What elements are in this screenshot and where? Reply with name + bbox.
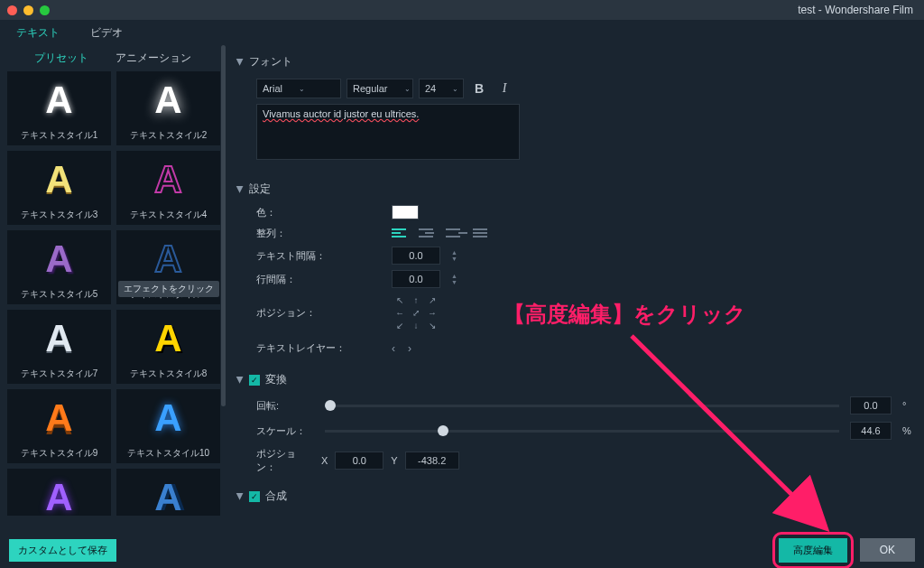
x-label: X xyxy=(321,455,328,466)
preset-item[interactable]: Aテキストスタイル6エフェクトをクリック xyxy=(116,230,220,304)
rotation-unit: ° xyxy=(902,400,915,411)
rotation-slider[interactable] xyxy=(325,398,839,413)
preset-item[interactable]: Aテキストスタイル10 xyxy=(116,389,220,463)
close-window-button[interactable] xyxy=(7,5,17,15)
text-spacing-spinner[interactable]: ▲▼ xyxy=(451,249,457,262)
preset-thumbnail: A xyxy=(7,310,111,368)
preset-label: テキストスタイル1 xyxy=(7,129,111,142)
preset-label: テキストスタイル4 xyxy=(116,209,220,221)
section-compose-title: 合成 xyxy=(265,489,287,504)
preset-item[interactable]: Aテキストスタイル1 xyxy=(7,71,111,145)
y-label: Y xyxy=(391,455,397,466)
window-title: test - Wondershare Film xyxy=(50,4,917,16)
sidebar-scrollbar[interactable] xyxy=(221,45,226,489)
rotation-value[interactable]: 0.0 xyxy=(850,396,892,414)
chevron-down-icon: ▶ xyxy=(236,377,245,384)
scale-slider[interactable] xyxy=(325,424,839,438)
line-spacing-label: 行間隔： xyxy=(256,273,346,286)
section-font-header[interactable]: ▶ フォント xyxy=(236,49,915,75)
subtab-animation[interactable]: アニメーション xyxy=(116,51,191,66)
color-label: 色： xyxy=(256,206,346,219)
section-transform-header[interactable]: ▶ ✓ 変換 xyxy=(236,367,915,393)
preset-item[interactable]: Aテキストスタイル3 xyxy=(7,151,111,225)
section-compose-header[interactable]: ▶ ✓ 合成 xyxy=(236,483,915,509)
preset-thumbnail: A xyxy=(116,389,220,447)
titlebar: test - Wondershare Film xyxy=(0,0,924,20)
chevron-down-icon: ▶ xyxy=(236,59,245,66)
align-group xyxy=(392,225,494,241)
align-justify-button[interactable] xyxy=(473,225,494,241)
preset-item[interactable]: Aテキストスタイル8 xyxy=(116,310,220,384)
minimize-window-button[interactable] xyxy=(23,5,33,15)
bold-button[interactable]: B xyxy=(469,79,489,98)
font-size-select[interactable]: 24⌄ xyxy=(419,79,464,98)
caret-down-icon: ⌄ xyxy=(299,85,305,93)
subtab-preset[interactable]: プリセット xyxy=(34,51,88,66)
preset-thumbnail: A xyxy=(116,469,220,516)
ok-button[interactable]: OK xyxy=(860,538,915,562)
font-weight-select[interactable]: Regular⌄ xyxy=(346,79,413,98)
preset-item[interactable]: Aテキストスタイル2 xyxy=(116,71,220,145)
preset-thumbnail: A xyxy=(116,310,220,368)
text-spacing-input[interactable]: 0.0 xyxy=(392,247,440,265)
line-spacing-input[interactable]: 0.0 xyxy=(392,270,440,288)
text-spacing-label: テキスト間隔： xyxy=(256,249,346,263)
align-label: 整列： xyxy=(256,227,346,240)
transform-position-label: ポジション： xyxy=(256,447,314,474)
layer-next-button[interactable]: › xyxy=(408,342,411,355)
preset-label: テキストスタイル7 xyxy=(7,368,111,380)
section-settings-header[interactable]: ▶ 設定 xyxy=(236,176,915,202)
chevron-down-icon: ▶ xyxy=(236,186,245,193)
preset-label: テキストスタイル9 xyxy=(7,447,111,460)
preset-thumbnail: A xyxy=(116,151,220,209)
section-transform-title: 変換 xyxy=(265,372,287,387)
layer-prev-button[interactable]: ‹ xyxy=(392,342,395,355)
preset-thumbnail: A xyxy=(7,389,111,447)
tab-text[interactable]: テキスト xyxy=(16,25,60,41)
properties-panel: ▶ フォント Arial⌄ Regular⌄ 24⌄ B I Vivamus a… xyxy=(227,45,924,532)
preset-label: テキストスタイル8 xyxy=(116,368,220,380)
preset-thumbnail: A xyxy=(7,230,111,288)
preset-thumbnail: A xyxy=(7,469,111,516)
scale-value[interactable]: 44.6 xyxy=(850,422,892,440)
top-tabs: テキスト ビデオ xyxy=(0,20,924,45)
line-spacing-spinner[interactable]: ▲▼ xyxy=(451,273,457,285)
preset-label: テキストスタイル5 xyxy=(7,288,111,301)
align-left-button[interactable] xyxy=(392,225,413,241)
text-content-input[interactable]: Vivamus auctor id justor eu ultrices. xyxy=(256,104,520,160)
italic-button[interactable]: I xyxy=(494,79,514,98)
caret-down-icon: ⌄ xyxy=(452,85,458,93)
position-y-input[interactable]: -438.2 xyxy=(405,452,459,470)
position-grid[interactable]: ↖↑↗ ←⤢→ ↙↓↘ xyxy=(392,293,440,331)
position-x-input[interactable]: 0.0 xyxy=(335,452,383,470)
preset-label: テキストスタイル3 xyxy=(7,209,111,221)
preset-tooltip: エフェクトをクリック xyxy=(118,281,219,297)
tab-video[interactable]: ビデオ xyxy=(90,25,123,41)
transform-checkbox[interactable]: ✓ xyxy=(249,375,260,386)
font-family-select[interactable]: Arial⌄ xyxy=(256,79,341,98)
align-right-button[interactable] xyxy=(446,225,467,241)
bottom-bar: カスタムとして保存 高度編集 OK xyxy=(0,532,924,568)
caret-down-icon: ⌄ xyxy=(404,85,411,93)
maximize-window-button[interactable] xyxy=(40,5,50,15)
sidebar-subtabs: プリセット アニメーション xyxy=(7,49,220,71)
scale-unit: % xyxy=(902,425,915,436)
sidebar: プリセット アニメーション Aテキストスタイル1Aテキストスタイル2Aテキストス… xyxy=(0,45,227,532)
preset-item[interactable]: A xyxy=(116,469,220,516)
save-custom-button[interactable]: カスタムとして保存 xyxy=(9,539,116,562)
preset-item[interactable]: A xyxy=(7,469,111,516)
preset-item[interactable]: Aテキストスタイル4 xyxy=(116,151,220,225)
preset-label: テキストスタイル2 xyxy=(116,129,220,142)
preset-item[interactable]: Aテキストスタイル5 xyxy=(7,230,111,304)
section-font-title: フォント xyxy=(249,54,292,70)
preset-thumbnail: A xyxy=(7,151,111,209)
color-swatch[interactable] xyxy=(392,205,419,219)
preset-label: テキストスタイル10 xyxy=(116,447,220,460)
preset-thumbnail: A xyxy=(116,230,220,288)
preset-item[interactable]: Aテキストスタイル9 xyxy=(7,389,111,463)
traffic-lights xyxy=(7,5,50,15)
compose-checkbox[interactable]: ✓ xyxy=(249,491,260,502)
align-center-button[interactable] xyxy=(419,225,440,241)
preset-item[interactable]: Aテキストスタイル7 xyxy=(7,310,111,384)
advanced-edit-button[interactable]: 高度編集 xyxy=(779,538,847,563)
